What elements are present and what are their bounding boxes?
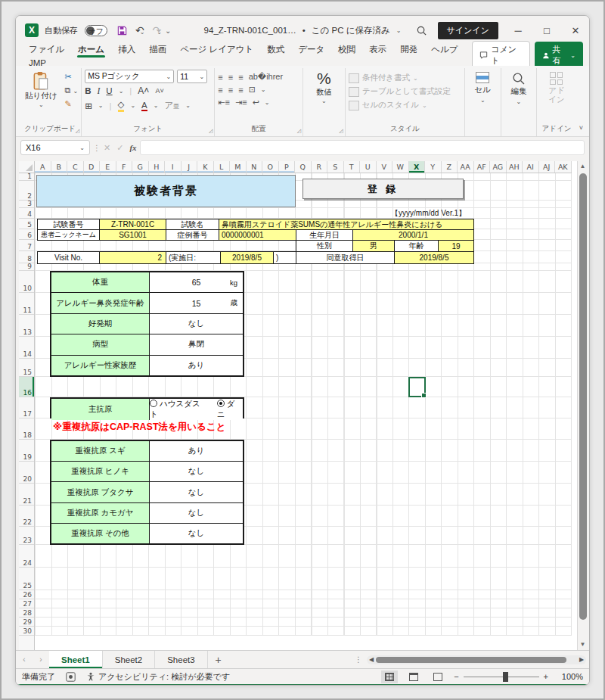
align-bottom-icon[interactable]: ≡ bbox=[238, 73, 243, 82]
ribbon-tab[interactable]: データ bbox=[291, 41, 331, 58]
column-header[interactable]: F bbox=[116, 161, 133, 173]
row-header[interactable]: 5 bbox=[19, 219, 34, 229]
insert-function-icon[interactable]: fx bbox=[129, 143, 136, 152]
font-dialog-launcher-icon[interactable]: ◿ bbox=[209, 128, 213, 134]
add-sheet-icon[interactable]: + bbox=[208, 651, 229, 668]
column-header[interactable]: H bbox=[149, 161, 166, 173]
close-button[interactable]: ✕ bbox=[566, 25, 585, 36]
sex-cell[interactable]: 男 bbox=[352, 240, 395, 252]
merge-center-icon[interactable]: ⊡ bbox=[249, 85, 256, 95]
save-icon[interactable] bbox=[116, 25, 128, 36]
row-header[interactable]: 25 bbox=[19, 568, 34, 590]
column-header[interactable]: U bbox=[360, 161, 377, 173]
font-name-select[interactable]: MS Pゴシック⌄ bbox=[85, 70, 174, 83]
redo-button[interactable]: ↷⌄ bbox=[152, 24, 161, 36]
saved-status[interactable]: この PC に保存済み bbox=[312, 25, 390, 36]
formula-bar-grip-icon[interactable]: ⋮ bbox=[93, 144, 101, 152]
column-header[interactable]: AG bbox=[490, 161, 507, 173]
increase-font-icon[interactable]: A˄ bbox=[138, 86, 149, 96]
row-header[interactable]: 24 bbox=[19, 545, 34, 568]
row-header[interactable]: 22 bbox=[19, 506, 34, 527]
row-header[interactable]: 17 bbox=[19, 397, 34, 418]
dup-antigen-value-cell[interactable]: なし bbox=[150, 524, 243, 543]
age-cell[interactable]: 19 bbox=[438, 240, 474, 252]
scroll-right-icon[interactable]: ▶ bbox=[577, 656, 586, 663]
vital-value-cell[interactable]: あり bbox=[150, 356, 243, 375]
search-icon[interactable] bbox=[416, 25, 427, 36]
column-header[interactable]: X bbox=[409, 161, 426, 173]
ribbon-tab[interactable]: ページ レイアウト bbox=[173, 41, 260, 58]
percent-style-button[interactable]: % bbox=[306, 70, 342, 87]
radio-checked-icon[interactable] bbox=[217, 400, 225, 407]
column-header[interactable]: O bbox=[262, 161, 279, 173]
macro-record-icon[interactable] bbox=[66, 672, 76, 682]
ribbon-collapse-icon[interactable]: ˅ bbox=[578, 124, 586, 136]
column-header[interactable]: S bbox=[327, 161, 344, 173]
column-header[interactable]: J bbox=[182, 161, 198, 173]
underline-button[interactable]: U bbox=[106, 86, 112, 95]
ribbon-tab[interactable]: 数式 bbox=[260, 41, 291, 58]
decrease-font-icon[interactable]: A˅ bbox=[155, 87, 163, 95]
decrease-indent-icon[interactable]: ⇤≡ bbox=[218, 98, 230, 107]
column-header[interactable]: AK bbox=[555, 161, 572, 173]
ribbon-tab[interactable]: ヘルプ bbox=[424, 41, 464, 58]
vertical-scrollbar[interactable]: ▲ ▼ bbox=[577, 161, 588, 650]
column-header[interactable]: N bbox=[247, 161, 263, 173]
column-header[interactable]: D bbox=[84, 161, 101, 173]
paste-button[interactable]: 貼り付け ⌄ bbox=[22, 70, 60, 110]
name-box-chevron-icon[interactable]: ⌄ bbox=[79, 145, 85, 151]
bold-button[interactable]: B bbox=[85, 86, 91, 95]
copy-button[interactable]: ⧉ ⌄ bbox=[65, 86, 79, 95]
ribbon-tab[interactable]: 校閲 bbox=[331, 41, 362, 58]
birth-cell[interactable]: 2000/1/1 bbox=[352, 229, 474, 241]
dup-antigen-value-cell[interactable]: なし bbox=[150, 503, 243, 523]
radio-unchecked-icon[interactable] bbox=[150, 400, 157, 407]
row-header[interactable]: 20 bbox=[19, 462, 34, 484]
zoom-slider[interactable] bbox=[464, 677, 539, 677]
sheet-nav-left-icon[interactable]: ‹ bbox=[16, 651, 33, 668]
vital-value-cell[interactable]: 15 歳 bbox=[150, 293, 243, 313]
row-header[interactable]: 26 bbox=[19, 590, 34, 599]
page-layout-view-button[interactable] bbox=[405, 670, 422, 683]
sheetbar-options-icon[interactable]: ⋮ bbox=[355, 655, 362, 664]
sheet-tab[interactable]: Sheet3 bbox=[155, 651, 207, 668]
vital-value-cell[interactable]: なし bbox=[150, 314, 243, 334]
document-title[interactable]: 94_Z-TRN-001C_001… bbox=[204, 26, 296, 35]
column-header[interactable]: A bbox=[35, 161, 51, 173]
cut-button[interactable]: ✂ bbox=[65, 72, 79, 82]
row-header[interactable]: 2 bbox=[19, 181, 34, 201]
row-header[interactable]: 10 bbox=[19, 271, 34, 293]
zoom-out-icon[interactable]: − bbox=[454, 672, 458, 681]
column-header[interactable]: L bbox=[214, 161, 231, 173]
radio-mite[interactable]: ダニ bbox=[217, 399, 243, 420]
number-format-button[interactable]: 数値 bbox=[316, 88, 331, 96]
dup-antigen-value-cell[interactable]: あり bbox=[150, 441, 243, 461]
column-header[interactable]: R bbox=[312, 161, 328, 173]
minimize-button[interactable]: ─ bbox=[509, 25, 527, 36]
scroll-down-icon[interactable]: ▼ bbox=[578, 639, 588, 650]
excel-app-icon[interactable]: X bbox=[25, 23, 39, 37]
saved-chevron-icon[interactable]: ⌄ bbox=[396, 27, 402, 34]
row-header[interactable]: 29 bbox=[19, 618, 34, 627]
column-header[interactable]: E bbox=[100, 161, 116, 173]
autosave-toggle[interactable]: 自動保存 オフ bbox=[45, 25, 107, 36]
column-header[interactable]: AJ bbox=[539, 161, 556, 173]
ribbon-tab[interactable]: 描画 bbox=[142, 41, 173, 58]
row-header[interactable]: 9 bbox=[19, 263, 34, 271]
row-header[interactable]: 18 bbox=[19, 418, 34, 440]
normal-view-button[interactable] bbox=[381, 670, 398, 683]
column-header[interactable]: AA bbox=[458, 161, 474, 173]
column-header[interactable]: P bbox=[279, 161, 296, 173]
row-header[interactable]: 30 bbox=[19, 627, 34, 636]
row-header[interactable]: 4 bbox=[19, 208, 34, 219]
increase-indent-icon[interactable]: ⇥≡ bbox=[235, 98, 247, 107]
underline-chevron-icon[interactable]: ⌄ bbox=[119, 88, 124, 95]
ribbon-tab[interactable]: ホーム bbox=[71, 41, 111, 58]
align-right-icon[interactable]: ≡ bbox=[238, 86, 243, 95]
ribbon-tab[interactable]: 開発 bbox=[393, 41, 424, 58]
cell-styles-button[interactable]: セルのスタイル⌄ bbox=[349, 100, 461, 110]
row-header[interactable]: 11 bbox=[19, 293, 34, 315]
number-dialog-launcher-icon[interactable]: ◿ bbox=[339, 128, 343, 134]
column-header[interactable]: AF bbox=[474, 161, 491, 173]
scroll-left-icon[interactable]: ◀ bbox=[367, 656, 376, 663]
